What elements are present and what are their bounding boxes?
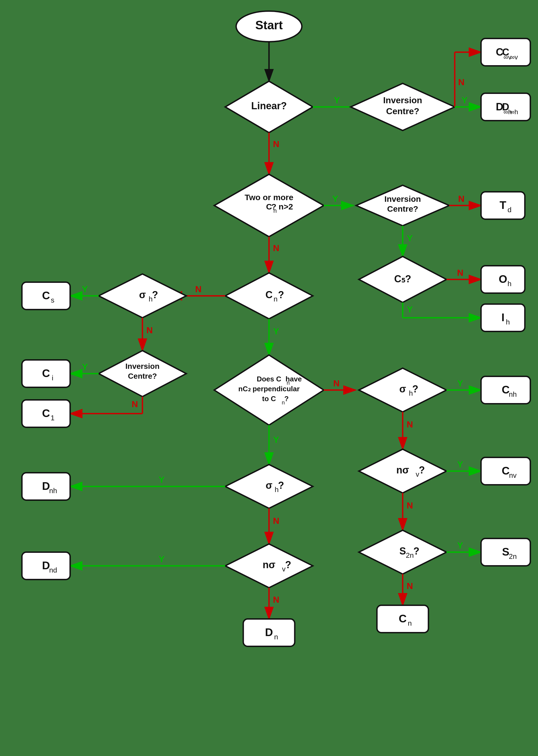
svg-text:Y: Y (82, 284, 88, 294)
svg-text:Centre?: Centre? (128, 372, 157, 380)
svg-text:N: N (458, 77, 464, 87)
svg-text:C₅?: C₅? (394, 273, 411, 284)
svg-text:N: N (273, 516, 279, 526)
svg-text:i: i (52, 374, 53, 382)
svg-text:nh: nh (509, 390, 517, 398)
svg-text:?: ? (278, 480, 284, 491)
svg-text:?: ? (152, 289, 158, 300)
svg-text:C: C (502, 465, 510, 477)
svg-text:Y: Y (334, 95, 340, 105)
svg-text:2n: 2n (509, 552, 517, 561)
svg-text:D: D (42, 559, 50, 572)
svg-text:d: d (508, 206, 511, 214)
svg-text:D: D (42, 480, 50, 492)
svg-text:N: N (406, 501, 413, 510)
svg-text:Y: Y (159, 554, 164, 564)
svg-text:? n>2: ? n>2 (271, 202, 293, 211)
svg-text:1: 1 (51, 414, 55, 422)
svg-text:N: N (273, 243, 279, 253)
svg-text:C: C (42, 289, 50, 301)
svg-text:Y: Y (273, 327, 279, 336)
svg-text:N: N (273, 595, 279, 605)
svg-text:Centre?: Centre? (387, 204, 418, 213)
svg-text:nh: nh (49, 486, 57, 495)
svg-text:I: I (501, 311, 504, 324)
svg-text:h: h (508, 279, 511, 288)
svg-text:nv: nv (509, 471, 516, 479)
svg-text:C: C (265, 289, 273, 300)
svg-text:have: have (286, 375, 301, 383)
svg-text:N: N (146, 325, 153, 335)
svg-text:Y: Y (332, 194, 338, 204)
svg-text:Y: Y (407, 233, 412, 243)
svg-text:∞v: ∞v (504, 53, 511, 61)
svg-text:h: h (506, 318, 510, 326)
svg-text:Linear?: Linear? (251, 100, 287, 112)
svg-text:s: s (51, 296, 55, 304)
svg-text:C: C (42, 367, 50, 379)
svg-text:?: ? (419, 464, 425, 476)
svg-text:σ: σ (266, 480, 273, 491)
svg-text:nσ: nσ (263, 559, 276, 570)
svg-text:?: ? (278, 289, 284, 300)
svg-text:N: N (195, 284, 201, 294)
svg-text:Inversion: Inversion (383, 95, 422, 105)
svg-text:N: N (333, 378, 340, 388)
svg-text:O: O (499, 273, 507, 285)
svg-text:D: D (496, 101, 503, 113)
svg-text:Does C: Does C (257, 375, 281, 383)
svg-text:nC₂ perpendicular: nC₂ perpendicular (238, 385, 300, 393)
svg-text:n: n (274, 295, 278, 303)
svg-text:2n: 2n (406, 551, 414, 559)
svg-text:σ: σ (400, 383, 406, 395)
svg-text:N: N (273, 139, 279, 149)
svg-text:n: n (274, 633, 278, 641)
svg-text:Y: Y (273, 435, 279, 445)
svg-text:nd: nd (49, 566, 57, 574)
svg-text:C: C (502, 383, 510, 396)
svg-text:N: N (132, 399, 138, 409)
svg-text:N: N (406, 581, 413, 591)
svg-text:N: N (457, 268, 463, 277)
svg-text:Y: Y (457, 378, 463, 388)
svg-text:Centre?: Centre? (386, 106, 419, 116)
svg-text:S: S (400, 545, 406, 557)
svg-text:Inversion: Inversion (126, 362, 159, 371)
svg-text:Y: Y (457, 459, 463, 469)
svg-text:Y: Y (461, 95, 467, 105)
svg-text:C: C (42, 407, 50, 419)
svg-text:σ: σ (139, 289, 146, 300)
svg-text:Inversion: Inversion (384, 194, 421, 203)
svg-text:∞h: ∞h (504, 108, 512, 116)
svg-text:Y: Y (82, 362, 88, 372)
svg-text:S: S (502, 546, 510, 558)
svg-text:D: D (265, 626, 273, 638)
svg-text:Y: Y (407, 304, 412, 314)
svg-text:nσ: nσ (397, 464, 409, 476)
svg-text:N: N (458, 194, 464, 204)
svg-text:?: ? (285, 559, 291, 570)
svg-text:to C: to C (262, 395, 276, 403)
svg-text:N: N (406, 420, 413, 429)
start-label: Start (255, 18, 283, 32)
svg-text:Y: Y (457, 540, 463, 550)
svg-text:n: n (408, 619, 412, 627)
svg-text:Two or more: Two or more (244, 193, 294, 202)
svg-text:C: C (496, 46, 503, 58)
svg-text:?: ? (413, 545, 419, 557)
flowchart-container: Start Linear? Y N Inversion Centre? N Y … (0, 0, 538, 756)
svg-text:Y: Y (159, 475, 164, 485)
svg-text:C: C (399, 613, 407, 625)
svg-text:?: ? (412, 383, 418, 395)
svg-text:T: T (500, 199, 506, 211)
svg-text:?: ? (284, 395, 289, 403)
